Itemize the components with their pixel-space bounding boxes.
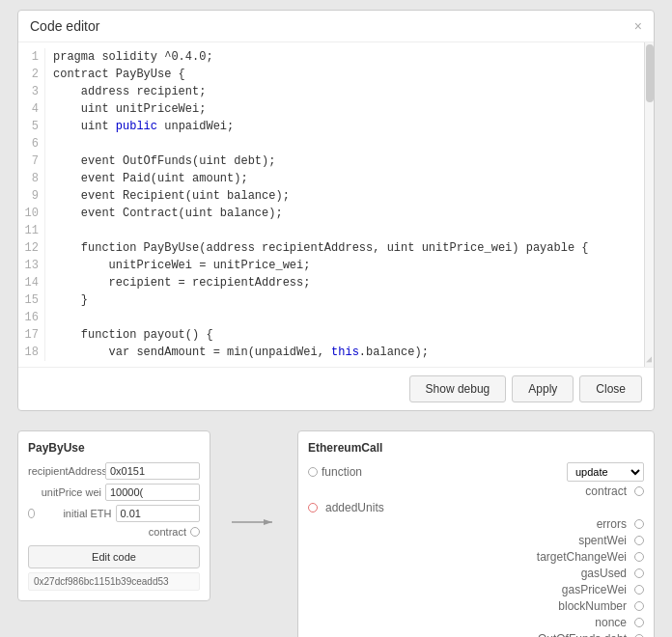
output-row-outoffunds: OutOfFunds.debt (308, 632, 644, 637)
connector-dot-blocknumber (634, 601, 644, 611)
function-row: function update (308, 462, 644, 482)
added-units-label: addedUnits (325, 501, 384, 514)
paybyuse-title: PayByUse (28, 441, 200, 455)
code-line-12: function PayByUse(address recipientAddre… (53, 239, 654, 257)
contract-label: contract (585, 485, 627, 498)
code-line-5: uint public unpaidWei; (53, 118, 654, 135)
connector-dot-contract-right (190, 527, 200, 537)
code-line-7: event OutOfFunds(uint debt); (53, 152, 654, 170)
connector-area (230, 430, 278, 537)
output-label-blocknumber: blockNumber (558, 599, 627, 613)
code-line-9: event Recipient(uint balance); (53, 187, 654, 205)
code-editor-title: Code editor (30, 18, 99, 34)
code-line-3: address recipient; (53, 83, 654, 100)
output-label-spentwei: spentWei (578, 534, 627, 547)
field-label-unitprice: unitPrice wei (28, 486, 105, 498)
code-line-10: event Contract(uint balance); (53, 205, 654, 222)
field-label-recipient: recipientAddress (28, 465, 105, 477)
ethereum-call-panel: EthereumCall function update contract ad… (297, 430, 655, 637)
connector-dot-gasused (634, 568, 644, 578)
close-button[interactable]: Close (579, 375, 642, 402)
contract-address: 0x27dcf986bc1151b39ceadd53 (28, 572, 200, 591)
output-row-spenwei: spentWei (308, 534, 644, 547)
output-row-blocknumber: blockNumber (308, 599, 644, 613)
contract-row: contract (308, 485, 644, 498)
field-row-initial-eth: initial ETH (28, 505, 200, 522)
field-row-contract: contract (28, 526, 200, 538)
output-row-nonce: nonce (308, 616, 644, 629)
field-row-recipient: recipientAddress (28, 462, 200, 480)
field-input-eth[interactable] (116, 505, 201, 522)
field-row-unitprice: unitPrice wei (28, 484, 200, 501)
apply-button[interactable]: Apply (512, 375, 574, 402)
connector-dot-left-eth (28, 509, 35, 518)
field-input-recipient[interactable] (105, 462, 200, 480)
function-select[interactable]: update (567, 462, 644, 482)
output-label-gasused: gasUsed (581, 567, 627, 580)
ethereum-call-title: EthereumCall (308, 441, 644, 455)
added-units-row: addedUnits (308, 501, 644, 514)
connector-dot-spentwei (634, 536, 644, 545)
code-area: 12345 678910 1112131415 161718 pragma so… (18, 42, 654, 367)
code-line-6 (53, 135, 654, 152)
close-x-icon[interactable]: × (634, 19, 642, 33)
code-line-14: recipient = recipientAddress; (53, 274, 654, 291)
output-label-errors: errors (597, 517, 627, 531)
connector-arrow (230, 508, 278, 537)
code-line-8: event Paid(uint amount); (53, 170, 654, 187)
output-row-errors: errors (308, 517, 644, 531)
connector-dot-addedunits-left (308, 503, 318, 512)
code-line-16 (53, 309, 654, 326)
field-label-eth: initial ETH (39, 508, 116, 519)
line-numbers: 12345 678910 1112131415 161718 (18, 48, 45, 361)
output-row-gasused: gasUsed (308, 567, 644, 580)
function-label: function (322, 465, 362, 479)
connector-dot-errors (634, 519, 644, 529)
scrollbar[interactable] (644, 42, 654, 367)
code-line-4: uint unitPriceWei; (53, 100, 654, 118)
code-line-17: function payout() { (53, 326, 654, 344)
connector-dot-gasprice (634, 585, 644, 595)
output-label-nonce: nonce (595, 616, 627, 629)
field-input-unitprice[interactable] (105, 484, 200, 501)
connector-dot-function-left (308, 467, 318, 477)
code-line-11 (53, 222, 654, 239)
code-line-15: } (53, 291, 654, 309)
code-line-2: contract PayByUse { (53, 66, 654, 83)
edit-code-button[interactable]: Edit code (28, 545, 200, 568)
output-label-targetchange: targetChangeWei (537, 550, 627, 564)
bottom-panels: PayByUse recipientAddress unitPrice wei … (17, 430, 655, 637)
code-line-18: var sendAmount = min(unpaidWei, this.bal… (53, 344, 654, 361)
connector-dot-contract-left (634, 486, 644, 496)
show-debug-button[interactable]: Show debug (409, 375, 507, 402)
code-line-1: pragma solidity ^0.4.0; (53, 48, 654, 66)
code-editor-footer: Show debug Apply Close (18, 367, 654, 410)
output-row-gasprice: gasPriceWei (308, 583, 644, 596)
code-line-13: unitPriceWei = unitPrice_wei; (53, 257, 654, 274)
field-label-contract: contract (113, 526, 190, 538)
code-editor-panel: Code editor × 12345 678910 1112131415 16… (17, 10, 655, 411)
connector-dot-nonce (634, 618, 644, 627)
output-row-targetchange: targetChangeWei (308, 550, 644, 564)
output-label-outoffunds: OutOfFunds.debt (538, 632, 627, 637)
resize-handle[interactable]: ◢ (646, 355, 652, 365)
code-content[interactable]: pragma solidity ^0.4.0; contract PayByUs… (53, 48, 654, 361)
connector-dot-targetchange (634, 552, 644, 562)
paybyuse-panel: PayByUse recipientAddress unitPrice wei … (17, 430, 210, 601)
scrollbar-thumb[interactable] (646, 44, 654, 102)
code-editor-header: Code editor × (18, 11, 654, 42)
output-label-gasprice: gasPriceWei (562, 583, 627, 596)
